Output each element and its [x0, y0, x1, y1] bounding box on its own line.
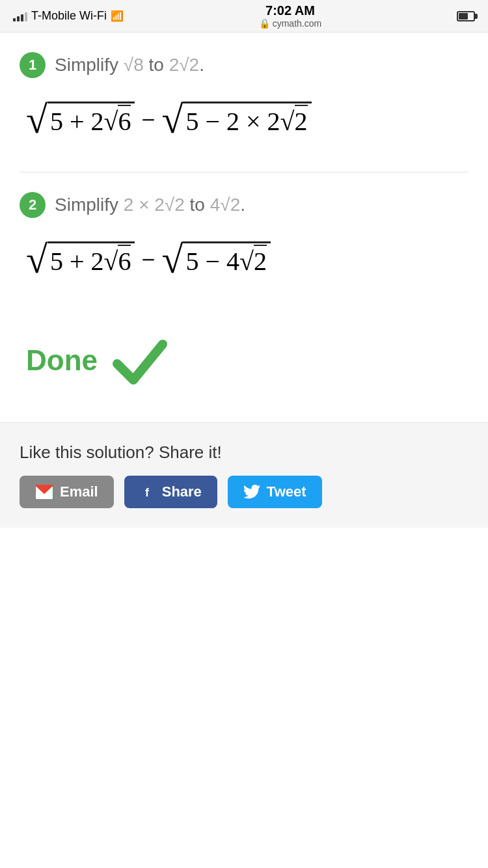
facebook-icon: f: [140, 484, 156, 500]
radical1-sign: √: [26, 100, 47, 139]
step-1: 1 Simplify √8 to 2√2. √ 5 + 2√6 − √ 5 − …: [20, 52, 468, 152]
wifi-icon: 📶: [111, 10, 124, 22]
radical1-content: 5 + 2√6: [47, 102, 135, 138]
share-button-label: Share: [162, 483, 202, 500]
email-button-label: Email: [60, 483, 98, 500]
radical3-sign: √: [26, 240, 47, 279]
radical2-sign: √: [161, 100, 183, 139]
facebook-share-button[interactable]: f Share: [124, 476, 217, 508]
status-right: [457, 11, 475, 21]
divider-1: [20, 172, 468, 172]
step-1-description: Simplify √8 to 2√2.: [55, 53, 204, 77]
step-1-header: 1 Simplify √8 to 2√2.: [20, 52, 468, 78]
status-center: 7:02 AM 🔒 cymath.com: [259, 3, 321, 29]
step-2-description: Simplify 2 × 2√2 to 4√2.: [55, 193, 245, 217]
email-button[interactable]: Email: [20, 476, 114, 508]
minus-op-2: −: [141, 246, 155, 273]
status-time: 7:02 AM: [259, 3, 321, 18]
battery-icon: [457, 11, 475, 21]
gmail-icon: [35, 485, 53, 499]
twitter-icon: [243, 485, 260, 499]
twitter-tweet-button[interactable]: Tweet: [228, 476, 322, 508]
lock-icon: 🔒: [259, 18, 270, 29]
share-title: Like this solution? Share it!: [20, 442, 468, 463]
radical2-content: 5 − 2 × 2√2: [183, 102, 311, 138]
step-2-expression: √ 5 + 2√6 − √ 5 − 4√2: [20, 234, 468, 292]
radical4-sign: √: [161, 240, 183, 279]
main-content: 1 Simplify √8 to 2√2. √ 5 + 2√6 − √ 5 − …: [0, 33, 488, 422]
step-1-expression: √ 5 + 2√6 − √ 5 − 2 × 2√2: [20, 94, 468, 152]
step-2: 2 Simplify 2 × 2√2 to 4√2. √ 5 + 2√6 − √…: [20, 192, 468, 292]
step-1-number: 1: [20, 52, 46, 78]
checkmark-icon: [111, 331, 169, 390]
done-text: Done: [26, 344, 98, 377]
done-section: Done: [20, 312, 468, 409]
share-section: Like this solution? Share it! Email f Sh…: [0, 422, 488, 528]
tweet-button-label: Tweet: [267, 483, 306, 500]
status-left: T-Mobile Wi-Fi 📶: [13, 9, 124, 23]
step-2-number: 2: [20, 192, 46, 218]
step-2-header: 2 Simplify 2 × 2√2 to 4√2.: [20, 192, 468, 218]
status-url: 🔒 cymath.com: [259, 18, 321, 29]
svg-text:f: f: [145, 486, 150, 499]
share-buttons: Email f Share Tweet: [20, 476, 468, 508]
radical4-content: 5 − 4√2: [183, 241, 271, 278]
radical3-content: 5 + 2√6: [47, 241, 135, 278]
minus-op-1: −: [141, 106, 155, 133]
status-bar: T-Mobile Wi-Fi 📶 7:02 AM 🔒 cymath.com: [0, 0, 488, 33]
signal-icon: [13, 11, 27, 21]
carrier-text: T-Mobile Wi-Fi: [31, 9, 107, 23]
